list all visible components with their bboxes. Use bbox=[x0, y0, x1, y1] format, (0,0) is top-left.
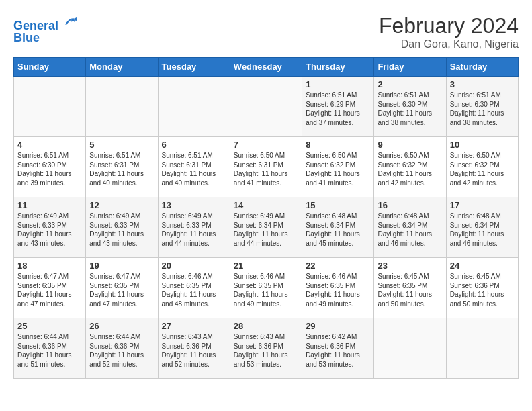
day-header-tuesday: Tuesday bbox=[158, 58, 230, 77]
day-number: 8 bbox=[306, 140, 370, 150]
calendar-cell: 2Sunrise: 6:51 AM Sunset: 6:30 PM Daylig… bbox=[374, 77, 446, 137]
day-info: Sunrise: 6:47 AM Sunset: 6:35 PM Dayligh… bbox=[17, 272, 82, 308]
day-info: Sunrise: 6:49 AM Sunset: 6:34 PM Dayligh… bbox=[234, 212, 298, 248]
day-number: 13 bbox=[162, 200, 226, 210]
calendar-cell: 12Sunrise: 6:49 AM Sunset: 6:33 PM Dayli… bbox=[86, 197, 158, 258]
day-number: 22 bbox=[306, 261, 370, 271]
day-number: 5 bbox=[89, 140, 154, 150]
calendar-cell bbox=[446, 318, 518, 379]
logo-icon bbox=[63, 13, 79, 30]
day-number: 26 bbox=[89, 321, 154, 331]
calendar-cell: 16Sunrise: 6:48 AM Sunset: 6:34 PM Dayli… bbox=[374, 197, 446, 258]
day-info: Sunrise: 6:48 AM Sunset: 6:34 PM Dayligh… bbox=[306, 212, 370, 248]
day-number: 24 bbox=[450, 261, 515, 271]
day-number: 19 bbox=[89, 261, 154, 271]
calendar-cell: 8Sunrise: 6:50 AM Sunset: 6:32 PM Daylig… bbox=[302, 137, 374, 197]
calendar-week-2: 4Sunrise: 6:51 AM Sunset: 6:30 PM Daylig… bbox=[14, 137, 519, 197]
day-info: Sunrise: 6:47 AM Sunset: 6:35 PM Dayligh… bbox=[89, 272, 154, 308]
day-info: Sunrise: 6:50 AM Sunset: 6:32 PM Dayligh… bbox=[450, 151, 515, 187]
calendar-cell: 18Sunrise: 6:47 AM Sunset: 6:35 PM Dayli… bbox=[14, 258, 86, 318]
calendar-week-3: 11Sunrise: 6:49 AM Sunset: 6:33 PM Dayli… bbox=[14, 197, 519, 258]
day-number: 23 bbox=[378, 261, 442, 271]
day-number: 18 bbox=[17, 261, 82, 271]
day-info: Sunrise: 6:51 AM Sunset: 6:30 PM Dayligh… bbox=[378, 91, 442, 127]
day-number: 29 bbox=[306, 321, 370, 331]
day-info: Sunrise: 6:48 AM Sunset: 6:34 PM Dayligh… bbox=[450, 212, 515, 248]
day-info: Sunrise: 6:49 AM Sunset: 6:33 PM Dayligh… bbox=[17, 212, 82, 248]
calendar-cell: 17Sunrise: 6:48 AM Sunset: 6:34 PM Dayli… bbox=[446, 197, 518, 258]
calendar-cell: 20Sunrise: 6:46 AM Sunset: 6:35 PM Dayli… bbox=[158, 258, 230, 318]
calendar-cell: 10Sunrise: 6:50 AM Sunset: 6:32 PM Dayli… bbox=[446, 137, 518, 197]
location: Dan Gora, Kano, Nigeria bbox=[379, 38, 519, 50]
calendar-table: SundayMondayTuesdayWednesdayThursdayFrid… bbox=[13, 57, 519, 379]
day-number: 20 bbox=[162, 261, 226, 271]
day-info: Sunrise: 6:45 AM Sunset: 6:36 PM Dayligh… bbox=[450, 272, 515, 308]
logo: General Blue bbox=[13, 13, 79, 45]
calendar-cell: 11Sunrise: 6:49 AM Sunset: 6:33 PM Dayli… bbox=[14, 197, 86, 258]
calendar-cell: 25Sunrise: 6:44 AM Sunset: 6:36 PM Dayli… bbox=[14, 318, 86, 379]
calendar-cell: 28Sunrise: 6:43 AM Sunset: 6:36 PM Dayli… bbox=[230, 318, 302, 379]
day-number: 10 bbox=[450, 140, 515, 150]
day-info: Sunrise: 6:43 AM Sunset: 6:36 PM Dayligh… bbox=[234, 332, 298, 369]
calendar-cell bbox=[374, 318, 446, 379]
day-number: 11 bbox=[17, 200, 82, 210]
day-header-wednesday: Wednesday bbox=[230, 58, 302, 77]
day-info: Sunrise: 6:50 AM Sunset: 6:32 PM Dayligh… bbox=[306, 151, 370, 187]
calendar-week-5: 25Sunrise: 6:44 AM Sunset: 6:36 PM Dayli… bbox=[14, 318, 519, 379]
calendar-cell: 5Sunrise: 6:51 AM Sunset: 6:31 PM Daylig… bbox=[86, 137, 158, 197]
day-header-monday: Monday bbox=[86, 58, 158, 77]
day-info: Sunrise: 6:51 AM Sunset: 6:31 PM Dayligh… bbox=[162, 151, 226, 187]
title-block: February 2024 Dan Gora, Kano, Nigeria bbox=[379, 13, 519, 50]
day-number: 4 bbox=[17, 140, 82, 150]
day-info: Sunrise: 6:46 AM Sunset: 6:35 PM Dayligh… bbox=[234, 272, 298, 308]
calendar-cell: 26Sunrise: 6:44 AM Sunset: 6:36 PM Dayli… bbox=[86, 318, 158, 379]
day-info: Sunrise: 6:51 AM Sunset: 6:29 PM Dayligh… bbox=[306, 91, 370, 127]
day-number: 2 bbox=[378, 79, 442, 89]
calendar-cell: 27Sunrise: 6:43 AM Sunset: 6:36 PM Dayli… bbox=[158, 318, 230, 379]
day-number: 3 bbox=[450, 79, 515, 89]
calendar-cell: 19Sunrise: 6:47 AM Sunset: 6:35 PM Dayli… bbox=[86, 258, 158, 318]
calendar-cell: 3Sunrise: 6:51 AM Sunset: 6:30 PM Daylig… bbox=[446, 77, 518, 137]
day-header-thursday: Thursday bbox=[302, 58, 374, 77]
day-number: 15 bbox=[306, 200, 370, 210]
day-number: 21 bbox=[234, 261, 298, 271]
calendar-cell: 29Sunrise: 6:42 AM Sunset: 6:36 PM Dayli… bbox=[302, 318, 374, 379]
calendar-cell: 22Sunrise: 6:46 AM Sunset: 6:35 PM Dayli… bbox=[302, 258, 374, 318]
calendar-cell: 21Sunrise: 6:46 AM Sunset: 6:35 PM Dayli… bbox=[230, 258, 302, 318]
day-info: Sunrise: 6:43 AM Sunset: 6:36 PM Dayligh… bbox=[162, 332, 226, 369]
day-header-sunday: Sunday bbox=[14, 58, 86, 77]
day-info: Sunrise: 6:51 AM Sunset: 6:30 PM Dayligh… bbox=[450, 91, 515, 127]
day-info: Sunrise: 6:44 AM Sunset: 6:36 PM Dayligh… bbox=[17, 332, 82, 369]
calendar-cell: 4Sunrise: 6:51 AM Sunset: 6:30 PM Daylig… bbox=[14, 137, 86, 197]
day-info: Sunrise: 6:46 AM Sunset: 6:35 PM Dayligh… bbox=[306, 272, 370, 308]
day-info: Sunrise: 6:51 AM Sunset: 6:30 PM Dayligh… bbox=[17, 151, 82, 187]
calendar-cell: 15Sunrise: 6:48 AM Sunset: 6:34 PM Dayli… bbox=[302, 197, 374, 258]
calendar-cell: 9Sunrise: 6:50 AM Sunset: 6:32 PM Daylig… bbox=[374, 137, 446, 197]
day-number: 25 bbox=[17, 321, 82, 331]
day-info: Sunrise: 6:45 AM Sunset: 6:35 PM Dayligh… bbox=[378, 272, 442, 308]
month-title: February 2024 bbox=[379, 13, 519, 38]
day-number: 16 bbox=[378, 200, 442, 210]
day-header-friday: Friday bbox=[374, 58, 446, 77]
calendar-cell bbox=[86, 77, 158, 137]
calendar-cell: 23Sunrise: 6:45 AM Sunset: 6:35 PM Dayli… bbox=[374, 258, 446, 318]
day-number: 14 bbox=[234, 200, 298, 210]
day-info: Sunrise: 6:50 AM Sunset: 6:31 PM Dayligh… bbox=[234, 151, 298, 187]
day-number: 27 bbox=[162, 321, 226, 331]
calendar-cell bbox=[14, 77, 86, 137]
day-info: Sunrise: 6:46 AM Sunset: 6:35 PM Dayligh… bbox=[162, 272, 226, 308]
day-number: 17 bbox=[450, 200, 515, 210]
page-header: General Blue February 2024 Dan Gora, Kan… bbox=[13, 13, 519, 50]
calendar-cell: 24Sunrise: 6:45 AM Sunset: 6:36 PM Dayli… bbox=[446, 258, 518, 318]
day-number: 12 bbox=[89, 200, 154, 210]
day-number: 9 bbox=[378, 140, 442, 150]
day-number: 1 bbox=[306, 79, 370, 89]
calendar-body: 1Sunrise: 6:51 AM Sunset: 6:29 PM Daylig… bbox=[14, 77, 519, 379]
calendar-cell: 7Sunrise: 6:50 AM Sunset: 6:31 PM Daylig… bbox=[230, 137, 302, 197]
calendar-header-row: SundayMondayTuesdayWednesdayThursdayFrid… bbox=[14, 58, 519, 77]
day-info: Sunrise: 6:49 AM Sunset: 6:33 PM Dayligh… bbox=[162, 212, 226, 248]
day-info: Sunrise: 6:50 AM Sunset: 6:32 PM Dayligh… bbox=[378, 151, 442, 187]
day-info: Sunrise: 6:49 AM Sunset: 6:33 PM Dayligh… bbox=[89, 212, 154, 248]
calendar-cell: 6Sunrise: 6:51 AM Sunset: 6:31 PM Daylig… bbox=[158, 137, 230, 197]
calendar-cell: 13Sunrise: 6:49 AM Sunset: 6:33 PM Dayli… bbox=[158, 197, 230, 258]
